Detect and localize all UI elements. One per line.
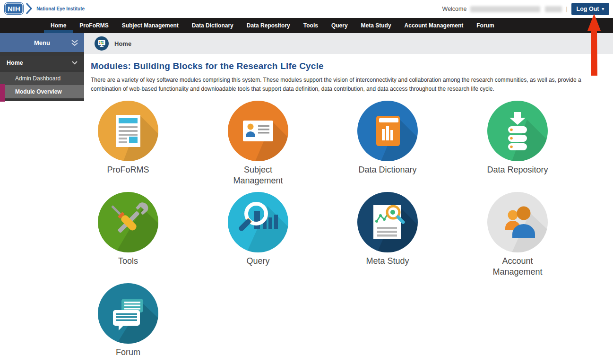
- module-tile-query[interactable]: Query: [225, 192, 291, 267]
- nav-item-forum[interactable]: Forum: [470, 18, 501, 33]
- sidebar-item-module-overview-label: Module Overview: [15, 88, 62, 95]
- page-title: Modules: Building Blocks for the Researc…: [91, 61, 324, 71]
- nav-item-tools[interactable]: Tools: [297, 18, 325, 33]
- id-card-icon: [228, 101, 288, 161]
- module-tile-data-dictionary[interactable]: Data Dictionary: [354, 101, 421, 175]
- module-label: Account Management: [484, 256, 551, 278]
- nih-logo[interactable]: NIH National Eye Institute: [5, 2, 85, 15]
- module-tile-meta-study[interactable]: Meta Study: [354, 192, 421, 267]
- institute-name: National Eye Institute: [36, 6, 85, 11]
- nav-item-account-management[interactable]: Account Management: [398, 18, 470, 33]
- separator: |: [566, 6, 567, 12]
- nav-item-data-dictionary[interactable]: Data Dictionary: [185, 18, 240, 33]
- active-item-accent-bar: [0, 84, 5, 102]
- nih-logo-chevron-icon: [26, 2, 33, 15]
- welcome-label: Welcome: [442, 6, 467, 12]
- nih-logo-acronym: NIH: [5, 3, 23, 14]
- module-label: Data Dictionary: [354, 165, 421, 175]
- book-bar-chart-icon: [357, 101, 418, 161]
- module-tile-forum[interactable]: Forum: [95, 283, 161, 358]
- nav-item-data-repository[interactable]: Data Repository: [240, 18, 297, 33]
- main-nav: Home ProFoRMS Subject Management Data Di…: [0, 18, 613, 33]
- module-tile-data-repository[interactable]: Data Repository: [484, 101, 551, 175]
- breadcrumb-label: Home: [114, 40, 131, 47]
- menu-label: Menu: [34, 39, 50, 46]
- sidebar-item-admin-dashboard-label: Admin Dashboard: [15, 75, 60, 82]
- nav-item-home[interactable]: Home: [44, 18, 73, 33]
- chat-bubbles-icon: [98, 283, 158, 344]
- nav-item-subject-management[interactable]: Subject Management: [115, 18, 185, 33]
- chevron-down-icon: [72, 61, 78, 65]
- wrench-screwdriver-icon: [98, 192, 158, 252]
- module-tile-subject-management[interactable]: Subject Management: [225, 101, 291, 187]
- redacted-username: [470, 6, 540, 12]
- sidebar-item-home[interactable]: Home: [0, 56, 84, 70]
- double-chevron-down-icon: [71, 39, 78, 46]
- nav-item-proforms[interactable]: ProFoRMS: [73, 18, 115, 33]
- magnifier-bar-chart-icon: [228, 192, 288, 252]
- user-area: Welcome | Log Out ▾: [442, 0, 609, 18]
- module-label: Query: [225, 256, 291, 267]
- sidebar-menu-body: Home Admin Dashboard Module Overview: [0, 52, 84, 101]
- chevron-down-icon: ▾: [602, 7, 604, 11]
- module-label: Tools: [95, 256, 161, 267]
- module-label: Data Repository: [484, 165, 551, 175]
- top-bar: NIH National Eye Institute Welcome | Log…: [0, 0, 613, 18]
- home-module-icon: [95, 36, 109, 51]
- nav-item-query[interactable]: Query: [325, 18, 354, 33]
- logout-label: Log Out: [577, 6, 599, 12]
- page: NIH National Eye Institute Welcome | Log…: [0, 0, 613, 364]
- nav-item-meta-study[interactable]: Meta Study: [354, 18, 398, 33]
- two-users-icon: [487, 192, 548, 252]
- module-tile-tools[interactable]: Tools: [95, 192, 161, 267]
- sidebar-item-home-label: Home: [7, 60, 23, 66]
- redacted-username-suffix: [545, 6, 562, 12]
- database-download-icon: [487, 101, 548, 161]
- annotation-arrow-icon: [587, 13, 601, 76]
- form-document-icon: [98, 101, 158, 161]
- document-magnifier-icon: [357, 192, 418, 252]
- sidebar-item-admin-dashboard[interactable]: Admin Dashboard: [0, 72, 84, 85]
- module-label: Meta Study: [354, 256, 421, 267]
- sidebar: Menu Home Admin Dashboard Module Overvie…: [0, 33, 84, 101]
- module-label: ProFoRMS: [95, 165, 161, 175]
- module-label: Subject Management: [225, 165, 291, 187]
- sidebar-menu-header[interactable]: Menu: [0, 33, 84, 52]
- page-description: There are a variety of key software modu…: [91, 76, 607, 93]
- sidebar-item-module-overview[interactable]: Module Overview: [0, 85, 84, 98]
- module-tile-proforms[interactable]: ProFoRMS: [95, 101, 161, 175]
- module-tile-account-management[interactable]: Account Management: [484, 192, 551, 278]
- module-label: Forum: [95, 347, 161, 358]
- breadcrumb: Home: [84, 33, 613, 54]
